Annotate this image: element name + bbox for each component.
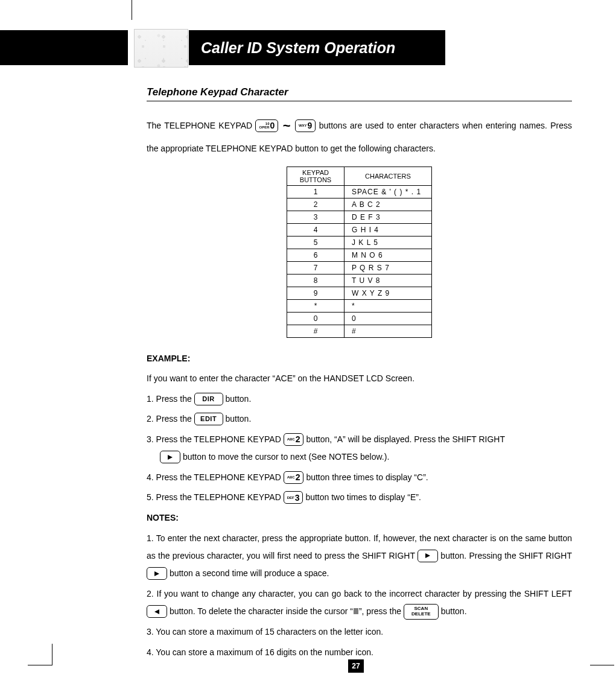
page-title: Caller ID System Operation bbox=[201, 39, 395, 57]
step-text: button. bbox=[225, 414, 251, 424]
table-row: 2A B C 2 bbox=[287, 198, 432, 211]
header-marble-square bbox=[134, 29, 188, 68]
table-cell-chars: D E F 3 bbox=[345, 211, 432, 223]
table-row: 9W X Y Z 9 bbox=[287, 287, 432, 299]
edit-button: EDIT bbox=[194, 413, 223, 425]
step-text: button to move the cursor to next (See N… bbox=[183, 452, 389, 462]
notes-label: NOTES: bbox=[147, 509, 572, 527]
table-row: 4G H I 4 bbox=[287, 223, 432, 236]
page: Caller ID System Operation Telephone Key… bbox=[0, 0, 616, 692]
note-3: 3. You can store a maximum of 15 charact… bbox=[147, 623, 572, 641]
table-row: 7P Q R S 7 bbox=[287, 261, 432, 274]
key-sup: ABC bbox=[287, 437, 295, 441]
crop-mark bbox=[132, 0, 132, 20]
note-4: 4. You can store a maximum of 16 digits … bbox=[147, 644, 572, 661]
header-bar-title: Caller ID System Operation bbox=[189, 30, 445, 65]
example-step-1: 1. Press the DIR button. bbox=[147, 390, 572, 408]
shift-right-button bbox=[418, 550, 438, 562]
svg-marker-0 bbox=[168, 455, 173, 460]
tilde: ~ bbox=[283, 118, 291, 133]
step-text: button three times to display “C”. bbox=[306, 472, 428, 482]
keypad-3-button: DEF 3 bbox=[284, 491, 303, 504]
table-cell-key: 4 bbox=[287, 223, 345, 236]
keypad-2-button: ABC 2 bbox=[284, 471, 304, 484]
key-digit: 0 bbox=[270, 121, 275, 130]
svg-marker-1 bbox=[425, 553, 430, 558]
delete-label: DELETE bbox=[411, 612, 431, 617]
shift-left-button bbox=[147, 605, 167, 618]
table-cell-key: 8 bbox=[287, 274, 345, 287]
step-text: button, “A” will be displayed. Press the… bbox=[306, 434, 505, 444]
table-cell-chars: T U V 8 bbox=[345, 274, 432, 287]
example-section: EXAMPLE: If you want to enter the charac… bbox=[147, 350, 572, 661]
table-cell-chars: * bbox=[345, 299, 432, 312]
table-cell-key: 6 bbox=[287, 249, 345, 261]
note-text: ”, press the bbox=[359, 606, 404, 616]
key-sup: DEF bbox=[287, 496, 294, 500]
table-cell-key: 7 bbox=[287, 261, 345, 274]
table-cell-chars: W X Y Z 9 bbox=[345, 287, 432, 299]
keypad-9-button: WXY 9 bbox=[295, 119, 316, 132]
table-cell-chars: P Q R S 7 bbox=[345, 261, 432, 274]
table-row: 8T U V 8 bbox=[287, 274, 432, 287]
step-text: button. bbox=[225, 394, 251, 404]
character-table: KEYPAD BUTTONS CHARACTERS 1SPACE & ' ( )… bbox=[287, 167, 432, 338]
shift-right-button bbox=[147, 567, 167, 580]
step-text: 1. Press the bbox=[147, 394, 194, 404]
table-cell-chars: A B C 2 bbox=[345, 198, 432, 211]
example-step-4: 4. Press the TELEPHONE KEYPAD ABC 2 butt… bbox=[147, 469, 572, 486]
cursor-block-icon bbox=[354, 608, 358, 614]
header-bar-left bbox=[0, 30, 128, 65]
table-row: 5J K L 5 bbox=[287, 236, 432, 249]
table-cell-key: 1 bbox=[287, 185, 345, 198]
note-2: 2. If you want to change any character, … bbox=[147, 585, 572, 621]
table-cell-chars: G H I 4 bbox=[345, 223, 432, 236]
table-row: 3D E F 3 bbox=[287, 211, 432, 223]
example-step-2: 2. Press the EDIT button. bbox=[147, 410, 572, 428]
intro-text: The TELEPHONE KEYPAD bbox=[147, 121, 255, 130]
table-row: 1SPACE & ' ( ) * . 1 bbox=[287, 185, 432, 198]
example-intro: If you want to enter the character “ACE”… bbox=[147, 370, 572, 387]
table-cell-key: 9 bbox=[287, 287, 345, 299]
step-text: button two times to display “E”. bbox=[305, 492, 421, 502]
scan-delete-button: SCAN DELETE bbox=[404, 604, 439, 620]
dir-button: DIR bbox=[194, 393, 223, 405]
key-digit: 9 bbox=[308, 121, 313, 130]
example-step-3: 3. Press the TELEPHONE KEYPAD ABC 2 butt… bbox=[147, 431, 572, 466]
crop-mark bbox=[52, 644, 52, 665]
key-digit: 3 bbox=[295, 494, 300, 502]
triangle-left-icon bbox=[154, 609, 160, 615]
intro-paragraph: The TELEPHONE KEYPAD 10 OPER 0 ~ WXY 9 b… bbox=[147, 112, 572, 158]
table-cell-key: 5 bbox=[287, 236, 345, 249]
keypad-2-button: ABC 2 bbox=[284, 433, 304, 446]
table-cell-chars: SPACE & ' ( ) * . 1 bbox=[345, 185, 432, 198]
keypad-0-button: 10 OPER 0 bbox=[255, 119, 278, 132]
table-cell-key: 2 bbox=[287, 198, 345, 211]
table-row: ** bbox=[287, 299, 432, 312]
key-digit: 2 bbox=[296, 435, 300, 443]
table-cell-chars: # bbox=[345, 325, 432, 337]
note-text: 2. If you want to change any character, … bbox=[147, 589, 572, 598]
table-cell-key: 3 bbox=[287, 211, 345, 223]
section-title: Telephone Keypad Character bbox=[147, 86, 572, 101]
note-text: button. bbox=[441, 606, 467, 616]
table-row: 6M N O 6 bbox=[287, 249, 432, 261]
shift-right-button bbox=[160, 451, 180, 463]
step-text: 4. Press the TELEPHONE KEYPAD bbox=[147, 472, 284, 482]
table-cell-key: * bbox=[287, 299, 345, 312]
crop-mark bbox=[590, 665, 614, 665]
table-cell-chars: 0 bbox=[345, 312, 432, 325]
note-text: button a second time will produce a spac… bbox=[170, 568, 329, 578]
key-sup: OPER bbox=[259, 125, 269, 129]
table-cell-key: # bbox=[287, 325, 345, 337]
table-header-keypad: KEYPAD BUTTONS bbox=[287, 167, 345, 185]
key-sup: WXY bbox=[299, 124, 307, 127]
note-text: button. Pressing the SHIFT RIGHT bbox=[440, 551, 572, 560]
example-step-5: 5. Press the TELEPHONE KEYPAD DEF 3 butt… bbox=[147, 489, 572, 506]
note-1: 1. To enter the next character, press th… bbox=[147, 530, 572, 583]
content-area: Telephone Keypad Character The TELEPHONE… bbox=[147, 86, 572, 664]
step-text: 5. Press the TELEPHONE KEYPAD bbox=[147, 492, 284, 502]
triangle-right-icon bbox=[167, 454, 173, 460]
key-sup: ABC bbox=[287, 475, 295, 479]
table-cell-chars: J K L 5 bbox=[345, 236, 432, 249]
